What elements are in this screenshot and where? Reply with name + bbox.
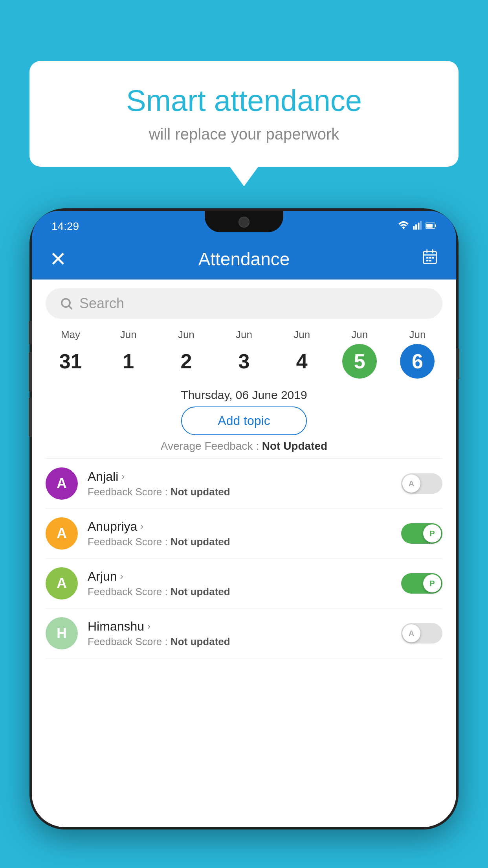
search-input[interactable]: Search — [79, 295, 124, 312]
list-item[interactable]: AAnupriya ›Feedback Score : Not updatedP — [46, 509, 442, 559]
calendar-day[interactable]: Jun4 — [273, 329, 331, 379]
avg-feedback-label: Average Feedback : — [161, 440, 259, 452]
status-time: 14:29 — [51, 220, 79, 233]
avatar: H — [46, 617, 78, 649]
bubble-title: Smart attendance — [53, 83, 435, 118]
chevron-right-icon: › — [140, 521, 143, 532]
avatar: A — [46, 567, 78, 600]
svg-rect-1 — [413, 226, 415, 230]
volume-up-button — [29, 321, 32, 344]
selected-date-display: Thursday, 06 June 2019 — [32, 388, 456, 402]
toggle-thumb: P — [423, 524, 441, 542]
speech-bubble: Smart attendance will replace your paper… — [29, 61, 459, 167]
svg-rect-6 — [435, 224, 436, 227]
cal-date-number[interactable]: 4 — [284, 344, 319, 379]
feedback-score: Feedback Score : Not updated — [88, 536, 391, 548]
svg-rect-2 — [415, 224, 417, 230]
battery-icon — [426, 221, 437, 232]
student-info: Himanshu ›Feedback Score : Not updated — [88, 619, 391, 648]
student-info: Anjali ›Feedback Score : Not updated — [88, 469, 391, 498]
chevron-right-icon: › — [147, 621, 150, 632]
svg-rect-3 — [418, 223, 419, 230]
app-bar-title: Attendance — [198, 248, 290, 270]
attendance-toggle[interactable]: P — [401, 523, 442, 544]
cal-month-label: Jun — [178, 329, 194, 341]
calendar-day[interactable]: Jun6 — [389, 329, 446, 379]
calendar-strip: May31Jun1Jun2Jun3Jun4Jun5Jun6 — [32, 325, 456, 383]
svg-rect-13 — [432, 257, 435, 259]
student-name: Anjali › — [88, 469, 391, 484]
close-button[interactable]: ✕ — [50, 247, 67, 271]
toggle-thumb: P — [423, 574, 441, 592]
camera-button — [29, 397, 32, 437]
svg-rect-4 — [420, 221, 422, 230]
feedback-score: Feedback Score : Not updated — [88, 636, 391, 648]
cal-month-label: May — [61, 329, 80, 341]
calendar-day[interactable]: Jun1 — [99, 329, 157, 379]
search-bar[interactable]: Search — [46, 288, 442, 319]
chevron-right-icon: › — [121, 471, 125, 482]
front-camera — [238, 217, 250, 228]
cal-date-number[interactable]: 3 — [227, 344, 261, 379]
speech-bubble-container: Smart attendance will replace your paper… — [29, 61, 459, 167]
phone-wrapper: 14:29 — [29, 208, 459, 868]
add-topic-button[interactable]: Add topic — [181, 406, 307, 435]
cal-date-number[interactable]: 5 — [342, 344, 377, 379]
toggle-thumb: A — [402, 624, 420, 642]
calendar-icon[interactable] — [421, 248, 438, 270]
student-name: Arjun › — [88, 569, 391, 584]
cal-date-number[interactable]: 31 — [53, 344, 88, 379]
cal-month-label: Jun — [294, 329, 310, 341]
screen-content: Search May31Jun1Jun2Jun3Jun4Jun5Jun6 Thu… — [32, 280, 456, 827]
phone: 14:29 — [29, 208, 459, 829]
attendance-toggle[interactable]: P — [401, 573, 442, 594]
cal-month-label: Jun — [409, 329, 426, 341]
calendar-day[interactable]: May31 — [42, 329, 99, 379]
avatar: A — [46, 517, 78, 550]
cal-month-label: Jun — [120, 329, 137, 341]
cal-month-label: Jun — [351, 329, 368, 341]
calendar-day[interactable]: Jun5 — [331, 329, 389, 379]
svg-line-17 — [69, 306, 72, 309]
svg-rect-12 — [429, 257, 431, 259]
attendance-toggle[interactable]: A — [401, 473, 442, 494]
power-button — [456, 348, 459, 380]
search-icon — [59, 296, 73, 311]
cal-date-number[interactable]: 6 — [400, 344, 435, 379]
svg-rect-14 — [426, 260, 429, 261]
wifi-icon — [398, 221, 409, 232]
student-list: AAnjali ›Feedback Score : Not updatedAAA… — [32, 459, 456, 658]
student-info: Anupriya ›Feedback Score : Not updated — [88, 519, 391, 548]
svg-point-0 — [403, 228, 404, 229]
bubble-subtitle: will replace your paperwork — [53, 125, 435, 143]
calendar-day[interactable]: Jun3 — [215, 329, 273, 379]
avg-feedback: Average Feedback : Not Updated — [32, 440, 456, 452]
cal-date-number[interactable]: 1 — [111, 344, 146, 379]
app-bar: ✕ Attendance — [32, 238, 456, 280]
phone-notch — [205, 211, 283, 232]
chevron-right-icon: › — [120, 571, 123, 582]
list-item[interactable]: AArjun ›Feedback Score : Not updatedP — [46, 559, 442, 609]
status-icons — [398, 221, 437, 232]
list-item[interactable]: HHimanshu ›Feedback Score : Not updatedA — [46, 609, 442, 658]
toggle-thumb: A — [402, 474, 420, 493]
list-item[interactable]: AAnjali ›Feedback Score : Not updatedA — [46, 459, 442, 509]
calendar-day[interactable]: Jun2 — [157, 329, 215, 379]
cal-date-number[interactable]: 2 — [169, 344, 204, 379]
student-name: Himanshu › — [88, 619, 391, 634]
signal-icon — [413, 221, 422, 232]
volume-down-button — [29, 352, 32, 392]
feedback-score: Feedback Score : Not updated — [88, 586, 391, 598]
avatar: A — [46, 467, 78, 500]
attendance-toggle[interactable]: A — [401, 623, 442, 644]
svg-rect-7 — [426, 224, 433, 228]
feedback-score: Feedback Score : Not updated — [88, 486, 391, 498]
avg-feedback-value: Not Updated — [262, 440, 327, 452]
cal-month-label: Jun — [236, 329, 252, 341]
svg-rect-15 — [429, 260, 431, 261]
student-name: Anupriya › — [88, 519, 391, 534]
svg-rect-11 — [426, 257, 429, 259]
student-info: Arjun ›Feedback Score : Not updated — [88, 569, 391, 598]
